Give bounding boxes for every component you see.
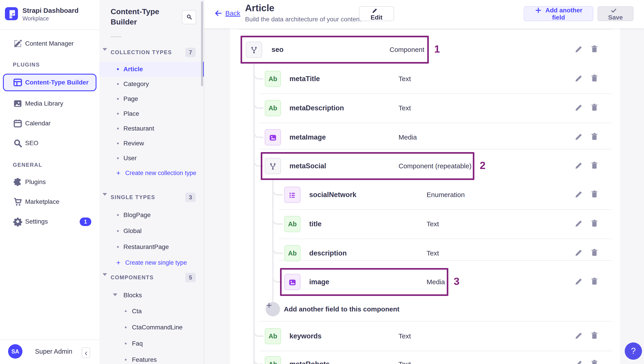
subnav-item-restaurant[interactable]: •Restaurant: [100, 121, 204, 136]
subnav-item-faq[interactable]: •Faq: [100, 335, 204, 352]
field-type: Component: [390, 36, 424, 64]
delete-field-button[interactable]: [590, 331, 600, 341]
section-header-single-types[interactable]: SINGLE TYPES3: [100, 192, 204, 203]
field-row-metaRobots: AbmetaRobotsText: [230, 350, 620, 364]
subnav-item-review[interactable]: •Review: [100, 136, 204, 151]
page-subtitle: Build the data architecture of your cont…: [245, 16, 361, 23]
subnav-item-label: CtaCommandLine: [132, 319, 183, 335]
pencil-icon: [574, 331, 584, 340]
help-button[interactable]: ?: [625, 342, 642, 360]
enum-field-type-icon: [284, 187, 300, 203]
collapse-sidebar-button[interactable]: [82, 347, 90, 358]
bullet-icon: •: [124, 335, 127, 352]
delete-field-button[interactable]: [590, 161, 600, 171]
edit-field-button[interactable]: [574, 103, 585, 113]
subnav-item-category[interactable]: •Category: [100, 77, 204, 91]
group-label: Blocks: [124, 287, 142, 303]
sidebar-item-label: Content Manager: [25, 36, 74, 51]
delete-field-button[interactable]: [590, 248, 600, 259]
panel-scrollbar-thumb[interactable]: [201, 1, 203, 86]
back-link[interactable]: Back: [214, 9, 240, 18]
bullet-icon: •: [117, 136, 119, 151]
delete-field-button[interactable]: [590, 44, 600, 55]
subnav-item-features[interactable]: •Features: [100, 352, 204, 364]
create-new-link[interactable]: +Create new single type: [100, 255, 204, 271]
sidebar-item-marketplace[interactable]: Marketplace: [0, 194, 100, 209]
edit-field-button[interactable]: [574, 277, 585, 287]
subnav-item-restaurantpage[interactable]: •RestaurantPage: [100, 239, 204, 255]
sidebar-item-content-type-builder[interactable]: Content-Type Builder: [3, 74, 96, 91]
sidebar-item-calendar[interactable]: Calendar: [0, 116, 100, 131]
delete-field-button[interactable]: [590, 359, 600, 364]
component-field-type-icon: [246, 42, 262, 58]
chevron-down-icon: [102, 273, 107, 276]
trash-icon: [590, 73, 599, 83]
trash-icon: [590, 132, 599, 141]
subnav-item-label: Page: [124, 91, 138, 106]
subnav-item-place[interactable]: •Place: [100, 106, 204, 121]
sidebar-item-media-library[interactable]: Media Library: [0, 96, 100, 111]
delete-field-button[interactable]: [590, 103, 600, 113]
add-another-field-button[interactable]: Add another field: [524, 6, 593, 21]
search-button[interactable]: [182, 10, 196, 24]
bullet-icon: •: [117, 223, 119, 239]
edit-field-button[interactable]: [574, 190, 585, 200]
edit-field-button[interactable]: [574, 219, 585, 229]
field-type: Text: [426, 239, 439, 267]
field-row-socialNetwork: socialNetworkEnumeration: [230, 181, 620, 209]
delete-field-button[interactable]: [590, 73, 600, 84]
bullet-icon: •: [124, 352, 127, 364]
enumeration-field-icon: [288, 191, 297, 200]
subnav-item-page[interactable]: •Page: [100, 91, 204, 106]
trash-icon: [590, 190, 599, 199]
edit-field-button[interactable]: [574, 132, 585, 143]
delete-field-button[interactable]: [590, 190, 600, 200]
edit-field-button[interactable]: [574, 331, 585, 341]
sidebar-item-plugins[interactable]: Plugins: [0, 174, 100, 190]
edit-field-button[interactable]: [574, 44, 585, 55]
save-button[interactable]: Save: [598, 6, 634, 21]
sidebar-item-settings[interactable]: Settings 1: [0, 214, 100, 229]
delete-field-button[interactable]: [590, 132, 600, 143]
field-type: Text: [398, 94, 411, 122]
field-name: image: [309, 268, 330, 296]
field-row-metaSocial: metaSocialComponent (repeatable): [230, 152, 620, 180]
pencil-icon: [574, 44, 584, 54]
save-label: Save: [608, 14, 623, 21]
subnav-item-label: Cta: [132, 303, 142, 319]
subnav-item-user[interactable]: •User: [100, 151, 204, 165]
subnav-item-ctacommandline[interactable]: •CtaCommandLine: [100, 319, 204, 335]
bullet-icon: •: [117, 121, 119, 136]
sidebar-item-seo[interactable]: SEO: [0, 136, 100, 150]
subnav-item-cta[interactable]: •Cta: [100, 303, 204, 319]
settings-notification-badge: 1: [80, 218, 91, 226]
section-header-collection-types[interactable]: COLLECTION TYPES7: [100, 47, 204, 58]
edit-field-button[interactable]: [574, 161, 585, 171]
subnav-item-global[interactable]: •Global: [100, 223, 204, 239]
delete-field-button[interactable]: [590, 219, 600, 229]
add-field-to-component-button[interactable]: [266, 302, 280, 316]
section-header-components[interactable]: COMPONENTS5: [100, 272, 204, 283]
create-new-link[interactable]: +Create new collection type: [100, 165, 204, 180]
plus-icon: [266, 302, 272, 309]
subnav-item-article[interactable]: •Article: [100, 62, 204, 77]
general-section-label: GENERAL: [0, 160, 100, 169]
subnav-item-label: Category: [124, 77, 149, 91]
user-name: Super Admin: [35, 344, 72, 358]
layout-grid-icon: [13, 78, 23, 88]
field-type: Enumeration: [426, 181, 465, 209]
delete-field-button[interactable]: [590, 277, 600, 287]
workspace-brand[interactable]: Strapi Dashboard Workplace: [0, 0, 100, 30]
subnav-item-blogpage[interactable]: •BlogPage: [100, 207, 204, 223]
trash-icon: [590, 331, 599, 340]
field-row-keywords: AbkeywordsText: [230, 322, 620, 350]
user-avatar[interactable]: SA: [8, 344, 22, 358]
edit-button[interactable]: Edit: [359, 6, 394, 21]
field-type: Media: [426, 268, 445, 296]
component-category-blocks[interactable]: Blocks: [100, 287, 204, 303]
edit-field-button[interactable]: [574, 359, 585, 364]
edit-field-button[interactable]: [574, 248, 585, 259]
subnav-item-label: RestaurantPage: [124, 239, 169, 255]
edit-field-button[interactable]: [574, 73, 585, 84]
sidebar-item-content-manager[interactable]: Content Manager: [0, 36, 100, 51]
